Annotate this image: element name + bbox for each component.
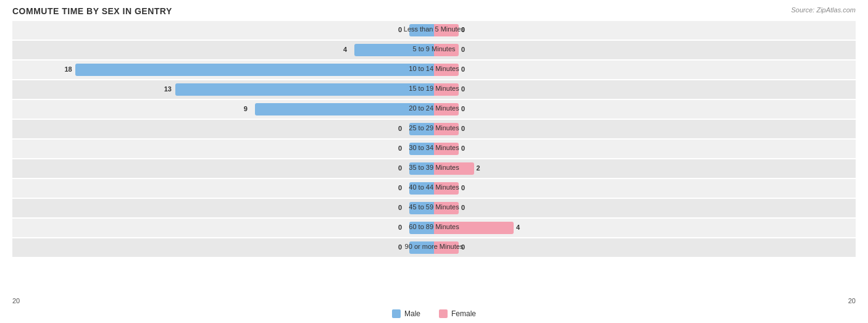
row-label: 90 or more Minutes <box>385 243 483 250</box>
legend-male-color <box>392 309 401 318</box>
row-label: 10 to 14 Minutes <box>385 65 483 72</box>
row-label: 20 to 24 Minutes <box>385 104 483 112</box>
chart-row: 60 to 89 Minutes04 <box>12 219 856 237</box>
row-label: 60 to 89 Minutes <box>385 223 483 230</box>
row-label: 30 to 34 Minutes <box>385 144 483 151</box>
row-label: 5 to 9 Minutes <box>385 45 483 52</box>
row-label: 15 to 19 Minutes <box>385 85 483 92</box>
legend-female: Female <box>439 309 476 318</box>
legend: Male Female <box>392 309 476 318</box>
chart-area: Less than 5 Minutes005 to 9 Minutes4010 … <box>12 21 856 280</box>
row-label: Less than 5 Minutes <box>385 25 483 33</box>
val-female: 4 <box>516 224 520 231</box>
row-label: 40 to 44 Minutes <box>385 183 483 191</box>
chart-row: 5 to 9 Minutes40 <box>12 41 856 59</box>
val-male: 9 <box>244 105 248 112</box>
val-male: 4 <box>343 46 347 53</box>
chart-row: 40 to 44 Minutes00 <box>12 179 856 198</box>
row-label: 35 to 39 Minutes <box>385 164 483 171</box>
chart-title: COMMUTE TIME BY SEX IN GENTRY <box>12 6 856 16</box>
source-text: Source: ZipAtlas.com <box>791 6 856 14</box>
chart-row: 35 to 39 Minutes02 <box>12 159 856 178</box>
chart-row: 45 to 59 Minutes00 <box>12 199 856 217</box>
chart-row: 20 to 24 Minutes90 <box>12 100 856 119</box>
chart-row: 25 to 29 Minutes00 <box>12 120 856 138</box>
legend-male: Male <box>392 309 420 318</box>
chart-container: COMMUTE TIME BY SEX IN GENTRY Source: Zi… <box>0 0 868 323</box>
row-label: 45 to 59 Minutes <box>385 203 483 211</box>
val-male: 18 <box>64 65 72 73</box>
axis-label-left: 20 <box>12 297 20 304</box>
legend-female-color <box>439 309 448 318</box>
chart-row: 15 to 19 Minutes130 <box>12 80 856 99</box>
legend-female-label: Female <box>451 309 476 318</box>
legend-male-label: Male <box>404 309 420 318</box>
chart-row: 30 to 34 Minutes00 <box>12 140 856 158</box>
chart-row: Less than 5 Minutes00 <box>12 21 856 40</box>
bar-male <box>75 64 434 76</box>
axis-label-right: 20 <box>848 297 856 304</box>
chart-row: 90 or more Minutes00 <box>12 238 856 257</box>
row-label: 25 to 29 Minutes <box>385 124 483 132</box>
val-male: 13 <box>164 85 172 93</box>
chart-row: 10 to 14 Minutes180 <box>12 61 856 79</box>
